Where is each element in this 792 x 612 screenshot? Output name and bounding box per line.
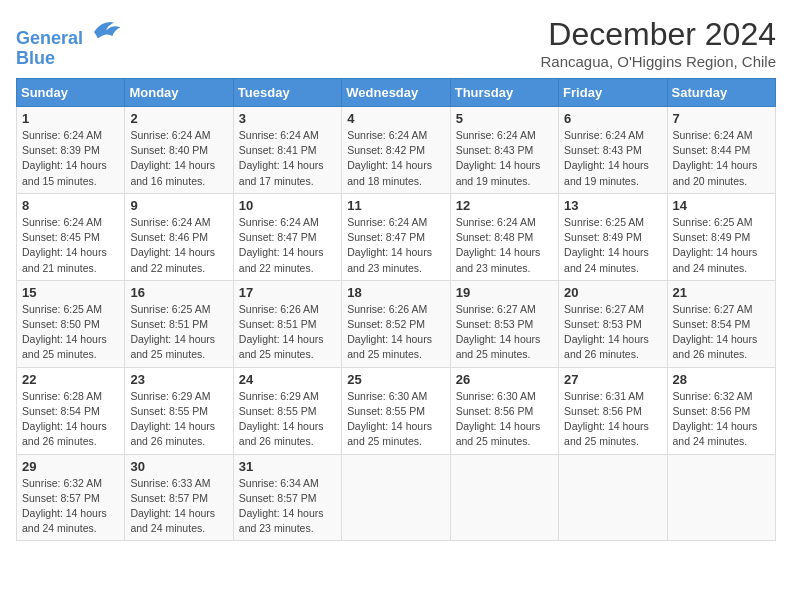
calendar-cell: 13Sunrise: 6:25 AMSunset: 8:49 PMDayligh… bbox=[559, 193, 667, 280]
weekday-header-row: SundayMondayTuesdayWednesdayThursdayFrid… bbox=[17, 79, 776, 107]
day-number: 5 bbox=[456, 111, 553, 126]
day-info: Sunrise: 6:24 AMSunset: 8:41 PMDaylight:… bbox=[239, 128, 336, 189]
calendar-body: 1Sunrise: 6:24 AMSunset: 8:39 PMDaylight… bbox=[17, 107, 776, 541]
day-number: 4 bbox=[347, 111, 444, 126]
calendar-cell: 10Sunrise: 6:24 AMSunset: 8:47 PMDayligh… bbox=[233, 193, 341, 280]
day-info: Sunrise: 6:25 AMSunset: 8:49 PMDaylight:… bbox=[673, 215, 770, 276]
day-info: Sunrise: 6:24 AMSunset: 8:39 PMDaylight:… bbox=[22, 128, 119, 189]
calendar-week-row: 1Sunrise: 6:24 AMSunset: 8:39 PMDaylight… bbox=[17, 107, 776, 194]
calendar-cell bbox=[559, 454, 667, 541]
day-number: 7 bbox=[673, 111, 770, 126]
weekday-header: Monday bbox=[125, 79, 233, 107]
calendar-cell: 20Sunrise: 6:27 AMSunset: 8:53 PMDayligh… bbox=[559, 280, 667, 367]
calendar-cell: 19Sunrise: 6:27 AMSunset: 8:53 PMDayligh… bbox=[450, 280, 558, 367]
day-info: Sunrise: 6:24 AMSunset: 8:47 PMDaylight:… bbox=[347, 215, 444, 276]
calendar-table: SundayMondayTuesdayWednesdayThursdayFrid… bbox=[16, 78, 776, 541]
day-info: Sunrise: 6:24 AMSunset: 8:42 PMDaylight:… bbox=[347, 128, 444, 189]
logo-text: General bbox=[16, 16, 122, 49]
day-number: 10 bbox=[239, 198, 336, 213]
calendar-cell: 31Sunrise: 6:34 AMSunset: 8:57 PMDayligh… bbox=[233, 454, 341, 541]
day-info: Sunrise: 6:24 AMSunset: 8:48 PMDaylight:… bbox=[456, 215, 553, 276]
day-info: Sunrise: 6:27 AMSunset: 8:54 PMDaylight:… bbox=[673, 302, 770, 363]
day-number: 13 bbox=[564, 198, 661, 213]
day-number: 2 bbox=[130, 111, 227, 126]
calendar-cell: 21Sunrise: 6:27 AMSunset: 8:54 PMDayligh… bbox=[667, 280, 775, 367]
day-number: 18 bbox=[347, 285, 444, 300]
calendar-cell bbox=[667, 454, 775, 541]
day-number: 29 bbox=[22, 459, 119, 474]
weekday-header: Tuesday bbox=[233, 79, 341, 107]
day-info: Sunrise: 6:24 AMSunset: 8:46 PMDaylight:… bbox=[130, 215, 227, 276]
calendar-cell: 5Sunrise: 6:24 AMSunset: 8:43 PMDaylight… bbox=[450, 107, 558, 194]
day-info: Sunrise: 6:27 AMSunset: 8:53 PMDaylight:… bbox=[564, 302, 661, 363]
calendar-cell: 3Sunrise: 6:24 AMSunset: 8:41 PMDaylight… bbox=[233, 107, 341, 194]
day-number: 14 bbox=[673, 198, 770, 213]
day-number: 16 bbox=[130, 285, 227, 300]
day-number: 25 bbox=[347, 372, 444, 387]
location-subtitle: Rancagua, O'Higgins Region, Chile bbox=[541, 53, 777, 70]
day-number: 23 bbox=[130, 372, 227, 387]
day-info: Sunrise: 6:29 AMSunset: 8:55 PMDaylight:… bbox=[130, 389, 227, 450]
day-info: Sunrise: 6:31 AMSunset: 8:56 PMDaylight:… bbox=[564, 389, 661, 450]
weekday-header: Sunday bbox=[17, 79, 125, 107]
day-number: 26 bbox=[456, 372, 553, 387]
title-section: December 2024 Rancagua, O'Higgins Region… bbox=[541, 16, 777, 70]
day-number: 31 bbox=[239, 459, 336, 474]
calendar-cell bbox=[450, 454, 558, 541]
calendar-cell: 7Sunrise: 6:24 AMSunset: 8:44 PMDaylight… bbox=[667, 107, 775, 194]
day-number: 19 bbox=[456, 285, 553, 300]
day-number: 12 bbox=[456, 198, 553, 213]
weekday-header: Wednesday bbox=[342, 79, 450, 107]
page-header: General Blue December 2024 Rancagua, O'H… bbox=[16, 16, 776, 70]
calendar-header: SundayMondayTuesdayWednesdayThursdayFrid… bbox=[17, 79, 776, 107]
weekday-header: Saturday bbox=[667, 79, 775, 107]
day-number: 17 bbox=[239, 285, 336, 300]
day-number: 11 bbox=[347, 198, 444, 213]
day-info: Sunrise: 6:24 AMSunset: 8:45 PMDaylight:… bbox=[22, 215, 119, 276]
calendar-cell: 27Sunrise: 6:31 AMSunset: 8:56 PMDayligh… bbox=[559, 367, 667, 454]
calendar-cell: 17Sunrise: 6:26 AMSunset: 8:51 PMDayligh… bbox=[233, 280, 341, 367]
calendar-cell: 18Sunrise: 6:26 AMSunset: 8:52 PMDayligh… bbox=[342, 280, 450, 367]
calendar-cell: 29Sunrise: 6:32 AMSunset: 8:57 PMDayligh… bbox=[17, 454, 125, 541]
calendar-cell: 16Sunrise: 6:25 AMSunset: 8:51 PMDayligh… bbox=[125, 280, 233, 367]
calendar-cell: 15Sunrise: 6:25 AMSunset: 8:50 PMDayligh… bbox=[17, 280, 125, 367]
calendar-cell: 6Sunrise: 6:24 AMSunset: 8:43 PMDaylight… bbox=[559, 107, 667, 194]
calendar-cell: 23Sunrise: 6:29 AMSunset: 8:55 PMDayligh… bbox=[125, 367, 233, 454]
day-info: Sunrise: 6:32 AMSunset: 8:56 PMDaylight:… bbox=[673, 389, 770, 450]
logo-text-blue: Blue bbox=[16, 49, 122, 69]
day-info: Sunrise: 6:29 AMSunset: 8:55 PMDaylight:… bbox=[239, 389, 336, 450]
calendar-cell: 2Sunrise: 6:24 AMSunset: 8:40 PMDaylight… bbox=[125, 107, 233, 194]
day-number: 20 bbox=[564, 285, 661, 300]
calendar-week-row: 15Sunrise: 6:25 AMSunset: 8:50 PMDayligh… bbox=[17, 280, 776, 367]
calendar-cell: 28Sunrise: 6:32 AMSunset: 8:56 PMDayligh… bbox=[667, 367, 775, 454]
logo-bird-icon bbox=[90, 16, 122, 44]
calendar-cell: 12Sunrise: 6:24 AMSunset: 8:48 PMDayligh… bbox=[450, 193, 558, 280]
day-number: 28 bbox=[673, 372, 770, 387]
calendar-cell: 9Sunrise: 6:24 AMSunset: 8:46 PMDaylight… bbox=[125, 193, 233, 280]
day-info: Sunrise: 6:25 AMSunset: 8:49 PMDaylight:… bbox=[564, 215, 661, 276]
day-number: 27 bbox=[564, 372, 661, 387]
day-number: 8 bbox=[22, 198, 119, 213]
day-info: Sunrise: 6:24 AMSunset: 8:40 PMDaylight:… bbox=[130, 128, 227, 189]
day-number: 24 bbox=[239, 372, 336, 387]
weekday-header: Thursday bbox=[450, 79, 558, 107]
calendar-week-row: 8Sunrise: 6:24 AMSunset: 8:45 PMDaylight… bbox=[17, 193, 776, 280]
calendar-cell: 8Sunrise: 6:24 AMSunset: 8:45 PMDaylight… bbox=[17, 193, 125, 280]
day-info: Sunrise: 6:24 AMSunset: 8:47 PMDaylight:… bbox=[239, 215, 336, 276]
day-number: 3 bbox=[239, 111, 336, 126]
day-number: 15 bbox=[22, 285, 119, 300]
calendar-week-row: 22Sunrise: 6:28 AMSunset: 8:54 PMDayligh… bbox=[17, 367, 776, 454]
calendar-week-row: 29Sunrise: 6:32 AMSunset: 8:57 PMDayligh… bbox=[17, 454, 776, 541]
calendar-cell: 1Sunrise: 6:24 AMSunset: 8:39 PMDaylight… bbox=[17, 107, 125, 194]
day-info: Sunrise: 6:30 AMSunset: 8:56 PMDaylight:… bbox=[456, 389, 553, 450]
calendar-cell: 25Sunrise: 6:30 AMSunset: 8:55 PMDayligh… bbox=[342, 367, 450, 454]
day-info: Sunrise: 6:24 AMSunset: 8:43 PMDaylight:… bbox=[456, 128, 553, 189]
day-info: Sunrise: 6:33 AMSunset: 8:57 PMDaylight:… bbox=[130, 476, 227, 537]
calendar-cell bbox=[342, 454, 450, 541]
calendar-cell: 30Sunrise: 6:33 AMSunset: 8:57 PMDayligh… bbox=[125, 454, 233, 541]
day-info: Sunrise: 6:26 AMSunset: 8:52 PMDaylight:… bbox=[347, 302, 444, 363]
weekday-header: Friday bbox=[559, 79, 667, 107]
calendar-cell: 22Sunrise: 6:28 AMSunset: 8:54 PMDayligh… bbox=[17, 367, 125, 454]
day-number: 21 bbox=[673, 285, 770, 300]
day-number: 22 bbox=[22, 372, 119, 387]
